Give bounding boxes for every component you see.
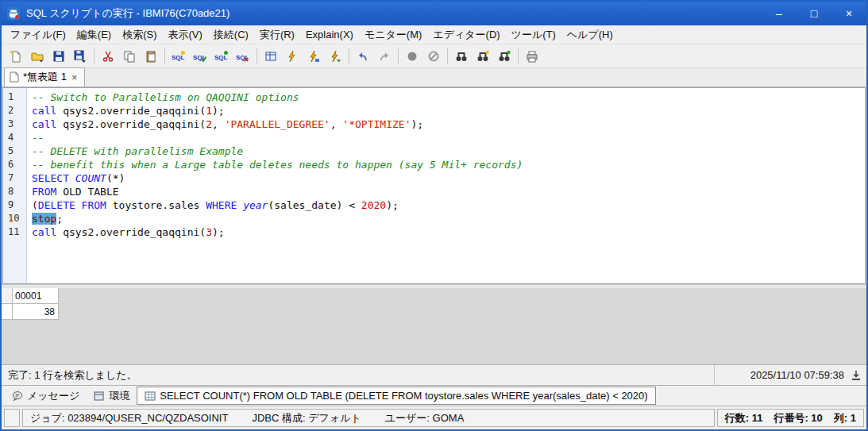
sql-editor[interactable]: 1234567891011 -- Switch to Parallelism o… [2,87,866,284]
editor-tab-close-icon[interactable]: × [71,71,79,83]
save-button[interactable] [48,47,69,66]
cut-button[interactable] [98,47,118,66]
code-line: call qsys2.override_qaqqini(1); [32,104,865,117]
run-sql-scripts-window: SQL スクリプトの実行 - IBMI76(C70ade21) – □ × ファ… [0,0,868,431]
app-database-icon [6,6,21,21]
script-page-icon [10,71,19,83]
timestamp-area: 2025/11/10 07:59:38 [714,365,862,385]
grid-value-cell[interactable]: 38 [13,304,59,320]
find-next-binoculars-icon [476,50,489,63]
editor-tab-label: *無表題 1 [23,70,67,84]
open-folder-icon [31,50,44,63]
save-results-icon[interactable] [851,370,862,381]
printer-button[interactable] [522,47,542,66]
menu-item-5[interactable]: 実行(R) [254,26,300,44]
connection-info: ジョブ: 023894/QUSER_NC/QZDASOINIT JDBC 構成:… [22,409,715,427]
sql-syntax-check-icon: SQL [172,50,186,63]
sql-format-button[interactable]: SQL [190,47,210,66]
open-button[interactable] [27,47,48,66]
stop-run-button[interactable] [423,47,444,66]
svg-text:SQL: SQL [214,54,228,61]
menu-item-1[interactable]: 編集(E) [71,26,117,44]
undo-button[interactable] [353,47,373,66]
save-dropdown-button[interactable] [70,47,91,66]
editor-tab-untitled-1[interactable]: *無表題 1 × [4,67,85,87]
code-line: stop; [32,212,865,225]
line-number: 6 [3,158,26,171]
tab-environment-label: 環境 [109,389,129,403]
code-line: -- [32,131,865,144]
sql-generate-button[interactable]: SQL [233,47,253,66]
title-bar[interactable]: SQL スクリプトの実行 - IBMI76(C70ade21) – □ × [2,2,866,25]
line-number: 4 [3,131,26,144]
toolbar-separator [349,48,349,64]
jdbc-config: JDBC 構成: デフォルト [252,411,361,425]
code-line: -- benefit this when a Large table delet… [32,158,865,171]
insert-from-examples-button[interactable] [260,47,281,66]
run-selected-button[interactable] [303,47,324,66]
line-number: 10 [3,212,26,225]
cut-scissors-icon [102,50,114,63]
maximize-button[interactable]: □ [797,2,831,25]
menu-item-3[interactable]: 表示(V) [163,26,208,44]
code-line: -- DELETE with parallelism Example [32,144,865,158]
run-from-cursor-button[interactable] [325,47,345,66]
sql-validate-button[interactable]: SQL [211,47,232,66]
line-number-gutter: 1234567891011 [3,88,27,283]
paste-button[interactable] [141,47,161,66]
copy-icon [123,50,136,63]
tab-messages-label: メッセージ [27,389,79,403]
minimize-button[interactable]: – [762,2,797,25]
run-all-button[interactable] [282,47,303,66]
menu-item-2[interactable]: 検索(S) [117,26,162,44]
bottom-tab-strip: メッセージ 環境 SELECT COUNT(*) FROM OLD TABLE … [2,385,866,406]
sql-generate-icon: SQL [236,50,250,63]
code-area[interactable]: -- Switch to Parallelism on QAQQINI opti… [27,88,865,283]
code-line: (DELETE FROM toystore.sales WHERE year(s… [32,198,865,212]
menu-item-0[interactable]: ファイル(F) [5,26,71,44]
menu-item-10[interactable]: ヘルプ(H) [561,26,619,44]
new-script-icon [10,50,22,63]
column-indicator: 列: 1 [834,411,856,425]
line-number: 7 [3,171,26,185]
redo-button[interactable] [374,47,395,66]
toolbar-separator [447,48,448,64]
tab-messages[interactable]: メッセージ [5,387,87,406]
copy-button[interactable] [119,47,140,66]
find-selection-button[interactable] [494,47,515,66]
sql-validate-icon: SQL [214,50,229,63]
line-number: 5 [3,144,26,158]
menu-item-4[interactable]: 接続(C) [208,26,254,44]
save-icon [52,50,65,63]
record-button[interactable] [402,47,422,66]
tab-environment[interactable]: 環境 [87,387,137,406]
undo-arrow-icon [357,50,369,63]
cursor-position-info: 行数: 11 行番号: 10 列: 1 [717,409,864,427]
results-grid[interactable]: 00001 38 [2,288,60,320]
record-circle-icon [406,50,419,63]
menu-item-6[interactable]: Explain(X) [300,27,359,42]
tab-result-set[interactable]: SELECT COUNT(*) FROM OLD TABLE (DELETE F… [137,387,655,405]
menu-item-9[interactable]: ツール(T) [506,26,561,44]
toolbar-separator [94,48,95,64]
status-bar: ジョブ: 023894/QUSER_NC/QZDASOINIT JDBC 構成:… [2,406,866,429]
grid-column-header[interactable]: 00001 [13,288,59,304]
close-button[interactable]: × [831,2,866,25]
svg-text:SQL: SQL [172,54,185,61]
menu-item-8[interactable]: エディター(D) [427,26,505,44]
toolbar-separator [257,48,257,64]
find-button[interactable] [451,47,472,66]
sql-syntax-check-button[interactable]: SQL [168,47,189,66]
find-next-button[interactable] [473,47,493,66]
code-line: -- Switch to Parallelism on QAQQINI opti… [32,90,865,104]
status-bar-corner [4,409,20,427]
toolbar-separator [398,48,399,64]
grid-row-header [2,304,13,320]
window-title: SQL スクリプトの実行 - IBMI76(C70ade21) [26,6,762,21]
examples-grid-icon [264,50,277,63]
line-number: 2 [3,104,26,117]
toolbar-separator [164,48,165,64]
redo-arrow-icon [378,50,391,63]
new-script-button[interactable] [6,47,26,66]
menu-item-7[interactable]: モニター(M) [359,26,427,44]
